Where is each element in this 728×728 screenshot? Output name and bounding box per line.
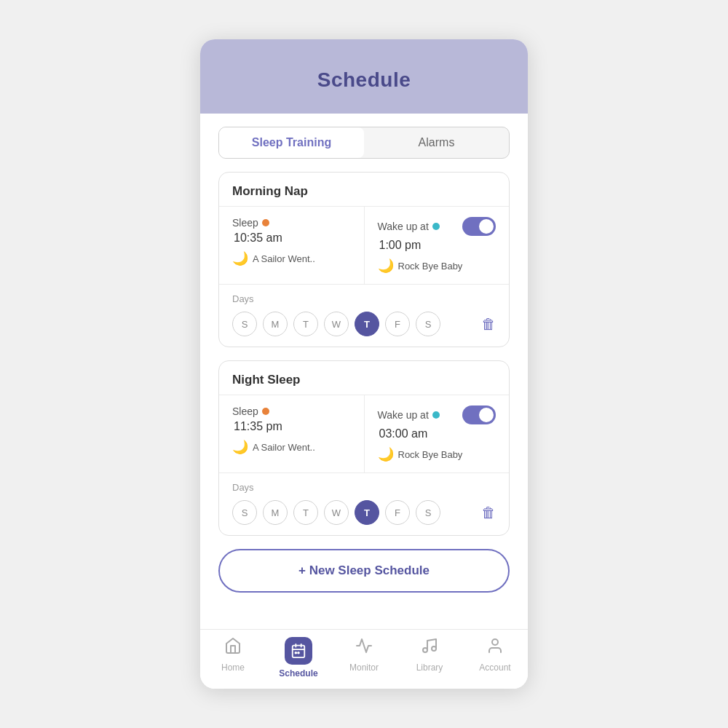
day-f2[interactable]: F (385, 500, 410, 525)
new-schedule-button[interactable]: + New Sleep Schedule (218, 549, 510, 593)
bottom-nav: Home Schedule Monitor (200, 629, 528, 689)
night-wakeup-label: Wake up at (378, 409, 440, 421)
content-area: Morning Nap Sleep 10:35 am 🌙 A Sailor We… (200, 172, 528, 629)
morning-wakeup-toggle[interactable] (462, 217, 496, 236)
nav-library-label: Library (416, 662, 443, 673)
morning-nap-card: Morning Nap Sleep 10:35 am 🌙 A Sailor We… (218, 172, 510, 347)
nav-home-label: Home (221, 662, 245, 673)
header: Schedule (200, 39, 528, 114)
svg-point-8 (492, 639, 498, 645)
morning-sleep-time: 10:35 am (232, 232, 351, 245)
morning-wakeup-song-row: 🌙 Rock Bye Baby (378, 258, 496, 274)
morning-sleep-block[interactable]: Sleep 10:35 am 🌙 A Sailor Went.. (219, 207, 365, 284)
svg-point-7 (432, 646, 436, 651)
sleep-dot-orange (262, 219, 269, 226)
days-label-1: Days (232, 293, 496, 304)
nav-monitor-label: Monitor (349, 662, 379, 673)
days-label-2: Days (232, 482, 496, 493)
delete-night-sleep[interactable]: 🗑 (481, 505, 496, 521)
night-sleep-card: Night Sleep Sleep 11:35 pm 🌙 A Sailor We… (218, 360, 510, 536)
nav-library[interactable]: Library (397, 637, 462, 678)
day-w1[interactable]: W (324, 312, 349, 336)
delete-morning-nap[interactable]: 🗑 (481, 316, 496, 333)
day-m2[interactable]: M (263, 500, 288, 525)
wakeup-label: Wake up at (378, 221, 440, 232)
day-th2[interactable]: T (355, 500, 379, 525)
night-wakeup-song: Rock Bye Baby (398, 449, 463, 460)
night-sleep-time: 11:35 pm (232, 420, 351, 433)
night-wakeup-toggle[interactable] (462, 405, 496, 424)
night-sleep-times: Sleep 11:35 pm 🌙 A Sailor Went.. Wake u (219, 395, 509, 472)
day-t1[interactable]: T (293, 312, 318, 336)
tabs: Sleep Training Alarms (218, 127, 510, 159)
tab-alarms[interactable]: Alarms (364, 127, 509, 158)
moon-icon-4: 🌙 (378, 446, 394, 462)
days-row-2: S M T W T F S 🗑 (232, 500, 496, 525)
day-m1[interactable]: M (263, 312, 288, 336)
night-sleep-block[interactable]: Sleep 11:35 pm 🌙 A Sailor Went.. (219, 395, 365, 472)
night-sleep-song-row: 🌙 A Sailor Went.. (232, 439, 351, 455)
day-t2[interactable]: T (293, 500, 318, 525)
day-w2[interactable]: W (324, 500, 349, 525)
morning-wakeup-time: 1:00 pm (378, 239, 496, 252)
svg-point-5 (298, 652, 299, 654)
night-sleep-dot (262, 408, 269, 415)
day-sat2[interactable]: S (416, 500, 440, 525)
night-wakeup-block[interactable]: Wake up at 03:00 am 🌙 Rock Bye Baby (365, 395, 510, 472)
tab-sleep-training[interactable]: Sleep Training (219, 127, 364, 158)
moon-icon: 🌙 (232, 250, 248, 266)
moon-icon-2: 🌙 (378, 258, 394, 274)
morning-nap-title: Morning Nap (219, 173, 509, 206)
svg-point-4 (295, 652, 296, 654)
night-sleep-days: Days S M T W T F S 🗑 (219, 472, 509, 535)
night-wakeup-time: 03:00 am (378, 427, 496, 440)
morning-sleep-song: A Sailor Went.. (253, 253, 315, 264)
night-sleep-title: Night Sleep (219, 361, 509, 395)
phone-frame: Schedule Sleep Training Alarms Morning N… (200, 39, 528, 689)
nav-schedule[interactable]: Schedule (266, 637, 331, 678)
schedule-icon (285, 637, 312, 665)
home-icon (224, 637, 242, 659)
nav-account-label: Account (479, 662, 510, 673)
morning-wakeup-block[interactable]: Wake up at 1:00 pm 🌙 Rock Bye Baby (365, 207, 510, 284)
day-s2[interactable]: S (232, 500, 257, 525)
morning-nap-times: Sleep 10:35 am 🌙 A Sailor Went.. Wake u (219, 206, 509, 284)
day-th1[interactable]: T (355, 312, 379, 336)
morning-wakeup-song: Rock Bye Baby (398, 261, 463, 272)
night-sleep-song: A Sailor Went.. (253, 442, 315, 453)
days-row-1: S M T W T F S 🗑 (232, 312, 496, 336)
night-wakeup-dot (432, 411, 440, 419)
nav-schedule-label: Schedule (279, 668, 317, 678)
account-icon (486, 637, 504, 659)
wakeup-dot-teal (432, 223, 440, 230)
day-f1[interactable]: F (385, 312, 410, 336)
day-s1[interactable]: S (232, 312, 257, 336)
nav-account[interactable]: Account (462, 637, 528, 678)
moon-icon-3: 🌙 (232, 439, 248, 455)
day-sat1[interactable]: S (416, 312, 440, 336)
night-wakeup-song-row: 🌙 Rock Bye Baby (378, 446, 496, 462)
nav-home[interactable]: Home (200, 637, 266, 678)
nav-monitor[interactable]: Monitor (331, 637, 397, 678)
monitor-icon (355, 637, 373, 659)
morning-nap-days: Days S M T W T F S 🗑 (219, 284, 509, 347)
night-sleep-label: Sleep (232, 405, 269, 417)
sleep-label: Sleep (232, 217, 269, 229)
svg-point-6 (423, 648, 427, 652)
morning-sleep-song-row: 🌙 A Sailor Went.. (232, 250, 351, 266)
library-icon (421, 637, 438, 659)
page-title: Schedule (215, 68, 513, 92)
